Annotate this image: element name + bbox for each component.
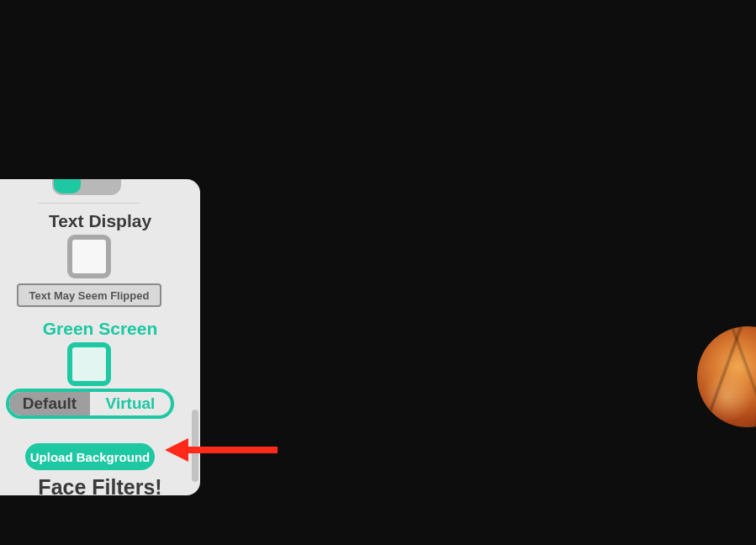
text-display-checkbox[interactable] (67, 235, 111, 278)
divider (39, 203, 140, 204)
background-mode-toggle[interactable]: Default Virtual (6, 389, 174, 419)
avatar (697, 326, 756, 427)
toggle-knob[interactable] (54, 179, 81, 193)
upload-background-button[interactable]: Upload Background (25, 443, 155, 470)
mode-default-option[interactable]: Default (9, 392, 90, 415)
mode-virtual-option[interactable]: Virtual (90, 392, 171, 415)
green-screen-heading: Green Screen (0, 319, 200, 339)
text-display-heading: Text Display (0, 211, 200, 231)
panel-scrollbar[interactable] (192, 410, 198, 482)
flip-note-badge: Text May Seem Flipped (17, 283, 161, 307)
green-screen-checkbox[interactable] (67, 342, 111, 386)
face-filters-heading: Face Filters! (0, 475, 200, 495)
settings-panel: Text Display Text May Seem Flipped Green… (0, 179, 200, 495)
